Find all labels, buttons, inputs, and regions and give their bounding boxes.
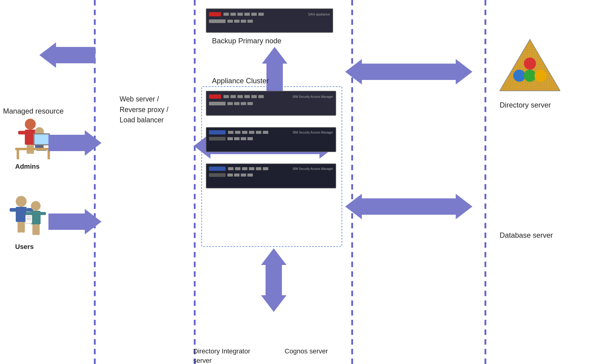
arrow-cluster-bottom-bidir: [261, 248, 286, 312]
backup-primary-rack: SAN appliance: [206, 8, 333, 33]
svg-point-0: [25, 119, 36, 130]
svg-rect-2: [18, 131, 25, 134]
arrow-admins-right: [48, 130, 101, 156]
admins-icon: [6, 115, 55, 162]
svg-rect-23: [25, 212, 31, 215]
svg-rect-25: [32, 224, 36, 235]
admins-label: Admins: [15, 162, 40, 171]
cognos-server-label: Cognos server: [285, 347, 328, 356]
dashed-line-4: [484, 0, 486, 364]
diagram-container: Managed resource Admins: [0, 0, 615, 364]
dashed-line-2: [194, 0, 196, 364]
svg-rect-9: [35, 134, 49, 144]
database-server-label: Database server: [500, 230, 553, 240]
dashed-line-3: [351, 0, 353, 364]
cluster-rack-3: IBM Security Access Manager: [206, 164, 336, 188]
svg-point-21: [31, 201, 41, 211]
svg-marker-36: [500, 39, 560, 91]
svg-rect-12: [15, 148, 51, 150]
svg-rect-22: [31, 211, 41, 224]
backup-primary-label: Backup Primary node: [212, 36, 281, 46]
arrow-top-left: [39, 42, 95, 68]
appliance-cluster-label: Appliance Cluster: [212, 76, 269, 86]
users-icon: [3, 191, 53, 240]
users-label: Users: [15, 242, 34, 252]
svg-rect-17: [10, 208, 16, 212]
arrow-cluster-to-database: [345, 194, 472, 219]
svg-rect-16: [16, 207, 27, 222]
web-server-label: Web server / Reverse proxy / Load balanc…: [120, 94, 168, 125]
arrow-users-right: [48, 209, 101, 234]
svg-rect-13: [17, 150, 19, 159]
directory-server-icon: [500, 36, 560, 98]
svg-point-15: [16, 196, 27, 207]
svg-rect-24: [40, 212, 46, 215]
arrow-cluster-to-directory: [345, 59, 472, 84]
directory-integrator-label: Directory Integrator server: [193, 347, 250, 364]
svg-rect-20: [21, 222, 25, 233]
svg-rect-27: [25, 215, 32, 223]
svg-rect-19: [18, 222, 21, 233]
directory-server-label: Directory server: [500, 100, 551, 110]
managed-resource-label: Managed resource: [3, 106, 64, 116]
cluster-rack-2: IBM Security Access Manager: [206, 127, 336, 152]
svg-rect-26: [36, 224, 40, 235]
cluster-rack-1: IBM Security Access Manager: [206, 91, 336, 116]
